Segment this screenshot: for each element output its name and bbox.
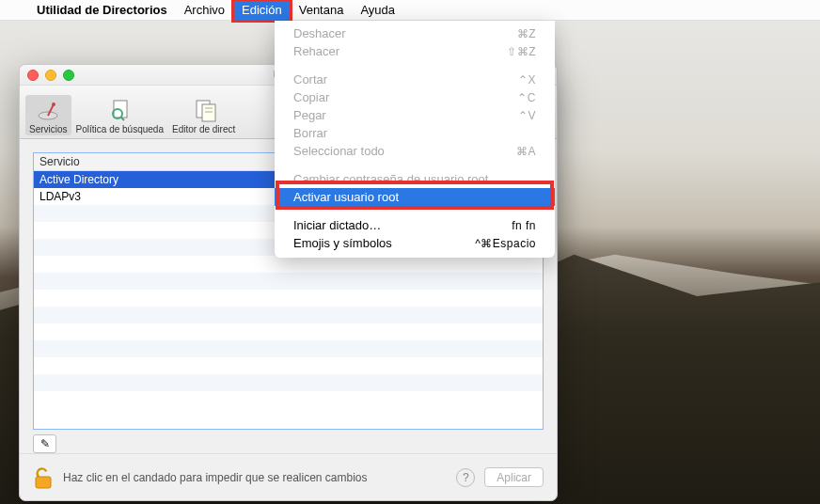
list-item <box>34 323 543 340</box>
menu-edicion[interactable]: Edición <box>233 0 291 21</box>
list-item <box>34 290 543 307</box>
menu-ventana[interactable]: Ventana <box>291 0 353 21</box>
help-button[interactable]: ? <box>456 468 475 487</box>
list-item <box>34 357 543 374</box>
help-icon: ? <box>463 471 469 484</box>
menu-pegar: Pegar⌃V <box>275 106 555 124</box>
toolbar-politica-busqueda[interactable]: Política de búsqueda <box>72 95 167 135</box>
edit-button[interactable]: ✎ <box>33 434 56 453</box>
menu-emojis-simbolos[interactable]: Emojis y símbolos^⌘Espacio <box>275 234 555 252</box>
svg-rect-6 <box>202 104 215 121</box>
close-icon[interactable] <box>27 70 39 81</box>
list-item <box>34 340 543 357</box>
menu-cambiar-contrasena-root: Cambiar contraseña de usuario root… <box>275 170 555 188</box>
toolbar-servicios[interactable]: Servicios <box>25 95 71 135</box>
magnify-doc-icon <box>106 97 133 123</box>
fullscreen-icon[interactable] <box>63 70 74 81</box>
menu-activar-usuario-root[interactable]: Activar usuario root <box>275 188 555 206</box>
unlock-icon[interactable] <box>33 465 54 490</box>
svg-rect-9 <box>36 477 51 488</box>
menu-separator <box>275 211 555 212</box>
list-item <box>34 374 543 391</box>
list-item <box>34 256 543 273</box>
edicion-dropdown: Deshacer⌘Z Rehacer⇧⌘Z Cortar⌃X Copiar⌃C … <box>275 21 555 258</box>
menu-separator <box>275 165 555 165</box>
lock-hint-text: Haz clic en el candado para impedir que … <box>63 471 368 484</box>
menu-cortar: Cortar⌃X <box>275 71 555 88</box>
app-menu[interactable]: Utilidad de Directorios <box>28 0 176 21</box>
svg-point-1 <box>52 102 55 106</box>
edit-doc-icon <box>191 97 217 123</box>
menu-seleccionar-todo: Seleccionar todo⌘A <box>275 142 555 160</box>
menu-copiar: Copiar⌃C <box>275 88 555 106</box>
list-item <box>34 391 543 408</box>
menu-iniciar-dictado[interactable]: Iniciar dictado…fn fn <box>275 216 555 234</box>
menu-borrar: Borrar <box>275 124 555 142</box>
pencil-icon: ✎ <box>40 437 50 450</box>
menu-archivo[interactable]: Archivo <box>176 0 233 21</box>
menu-separator <box>275 65 555 66</box>
satellite-icon <box>35 97 61 123</box>
menu-rehacer: Rehacer⇧⌘Z <box>275 42 555 60</box>
traffic-lights <box>27 70 74 81</box>
menu-ayuda[interactable]: Ayuda <box>352 0 403 21</box>
toolbar-editor-directorios[interactable]: Editor de direct <box>168 95 239 135</box>
apply-button[interactable]: Aplicar <box>484 467 544 487</box>
list-item <box>34 273 543 290</box>
window-footer: Haz clic en el candado para impedir que … <box>20 453 557 500</box>
minimize-icon[interactable] <box>45 70 56 81</box>
list-item <box>34 307 543 323</box>
system-menubar: Utilidad de Directorios Archivo Edición … <box>0 0 820 21</box>
menu-deshacer: Deshacer⌘Z <box>275 24 555 42</box>
